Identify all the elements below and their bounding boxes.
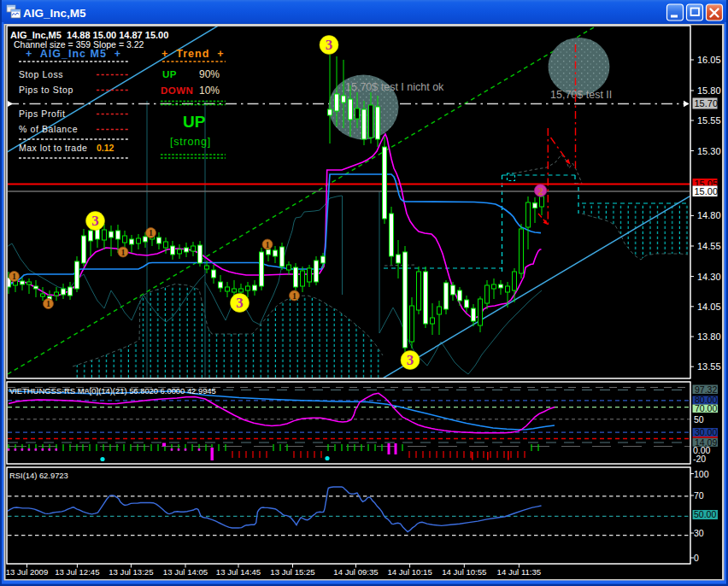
svg-text:1: 1 [12, 272, 16, 281]
svg-text:14.30: 14.30 [697, 272, 721, 282]
svg-text:70.00: 70.00 [695, 403, 717, 413]
svg-text:3: 3 [236, 295, 244, 311]
svg-text:100: 100 [694, 469, 709, 479]
svg-text:13 Jul 13:25: 13 Jul 13:25 [109, 567, 153, 577]
svg-text:16.05: 16.05 [697, 55, 721, 65]
svg-text:15,70$ test II: 15,70$ test II [550, 89, 612, 101]
svg-text:90%: 90% [199, 68, 220, 80]
svg-text:14 Jul 10:55: 14 Jul 10:55 [442, 567, 486, 577]
svg-text:15.55: 15.55 [697, 115, 721, 126]
svg-text:70: 70 [694, 490, 704, 501]
svg-text:14 Jul 09:35: 14 Jul 09:35 [333, 567, 378, 577]
svg-text:15.30: 15.30 [697, 146, 721, 156]
svg-text:0.12: 0.12 [97, 143, 114, 153]
svg-text:97.32: 97.32 [695, 384, 717, 395]
svg-text:14.05: 14.05 [697, 302, 721, 312]
svg-text:30.00: 30.00 [695, 427, 717, 437]
svg-text:50.00: 50.00 [694, 509, 716, 519]
svg-text:1: 1 [266, 240, 270, 249]
svg-text:[strong]: [strong] [170, 136, 211, 148]
svg-text:UP: UP [183, 113, 206, 131]
svg-text:RSI(14) 62.9723: RSI(14) 62.9723 [9, 471, 68, 480]
svg-text:+ Trend +: + Trend + [161, 48, 225, 60]
svg-text:AIG_Inc,M5: AIG_Inc,M5 [23, 7, 86, 20]
svg-text:Pips Profit: Pips Profit [19, 108, 65, 119]
svg-text:50: 50 [694, 414, 704, 425]
svg-text:Pips to Stop: Pips to Stop [19, 85, 73, 95]
svg-text:2: 2 [538, 185, 543, 197]
svg-text:10%: 10% [199, 85, 220, 97]
svg-text:13 Jul 14:05: 13 Jul 14:05 [163, 567, 208, 577]
svg-text:13.80: 13.80 [697, 331, 721, 342]
svg-text:VIETHUNGSS-RS MA[0](14)(21) 56: VIETHUNGSS-RS MA[0](14)(21) 56.8020 6.00… [9, 386, 216, 396]
svg-text:13.55: 13.55 [697, 361, 721, 372]
svg-text:14.55: 14.55 [697, 241, 721, 251]
svg-text:13 Jul 14:45: 13 Jul 14:45 [216, 567, 261, 577]
svg-text:15.00: 15.00 [695, 186, 719, 196]
svg-text:13 Jul 2009: 13 Jul 2009 [6, 567, 49, 577]
svg-text:Stop Loss: Stop Loss [19, 69, 63, 79]
svg-text:15,70$ test I nicht ok: 15,70$ test I nicht ok [345, 81, 444, 93]
svg-text:15.70: 15.70 [695, 98, 719, 108]
svg-text:3: 3 [91, 213, 99, 229]
svg-text:DOWN: DOWN [161, 85, 193, 96]
svg-text:13 Jul 15:25: 13 Jul 15:25 [270, 567, 314, 577]
svg-text:1: 1 [292, 291, 296, 301]
svg-text:+ AIG_Inc M5 +: + AIG_Inc M5 + [26, 48, 121, 60]
svg-text:-20: -20 [693, 454, 706, 464]
svg-text:3: 3 [326, 37, 333, 53]
svg-text:3: 3 [407, 352, 414, 368]
svg-text:1: 1 [121, 248, 126, 257]
svg-text:Max lot to trade: Max lot to trade [19, 143, 87, 153]
svg-text:15.80: 15.80 [697, 85, 721, 96]
svg-text:14 Jul 11:35: 14 Jul 11:35 [497, 567, 542, 577]
svg-text:1: 1 [149, 228, 153, 237]
svg-text:30: 30 [694, 528, 704, 538]
svg-text:13 Jul 12:45: 13 Jul 12:45 [55, 567, 99, 577]
svg-text:14.80: 14.80 [697, 210, 721, 220]
svg-text:UP: UP [162, 69, 177, 79]
svg-text:14 Jul 10:15: 14 Jul 10:15 [387, 567, 432, 577]
svg-text:1: 1 [46, 299, 50, 308]
svg-text:% of Balance: % of Balance [19, 124, 78, 134]
svg-text:0: 0 [694, 553, 699, 563]
